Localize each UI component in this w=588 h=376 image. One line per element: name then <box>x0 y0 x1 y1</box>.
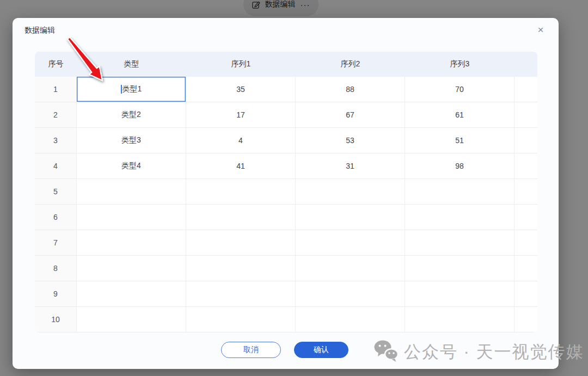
table-row: 7 <box>35 230 537 256</box>
cell-r4c2[interactable]: 41 <box>186 153 296 178</box>
table-row: 2类型2176761 <box>35 102 537 128</box>
table-row: 10 <box>35 307 537 332</box>
cell-r1c3[interactable]: 88 <box>296 77 405 102</box>
cell-r2c2[interactable]: 17 <box>186 102 296 127</box>
cell-r2c4[interactable]: 61 <box>405 102 514 127</box>
cell-trailing <box>514 230 537 255</box>
data-table: 序号类型序列1序列2序列3 1类型13588702类型21767613类型345… <box>35 52 537 332</box>
cell-r6c2[interactable] <box>186 205 296 230</box>
cell-trailing <box>514 281 537 306</box>
cell-r3c2[interactable]: 4 <box>186 128 296 153</box>
cell-trailing <box>514 128 537 153</box>
cell-r7c2[interactable] <box>186 230 296 255</box>
cell-trailing <box>514 205 537 230</box>
dialog-title: 数据编辑 <box>24 26 55 35</box>
table-row: 6 <box>35 205 537 230</box>
cell-r8c3[interactable] <box>296 256 405 281</box>
cell-trailing <box>514 153 537 178</box>
table-row: 5 <box>35 179 537 205</box>
row-number: 7 <box>35 230 77 255</box>
cell-r8c2[interactable] <box>186 256 296 281</box>
cell-r4c1[interactable]: 类型4 <box>77 153 186 178</box>
row-number: 5 <box>35 179 77 204</box>
cell-r10c2[interactable] <box>186 307 296 332</box>
row-number: 3 <box>35 128 77 153</box>
cell-r9c3[interactable] <box>296 281 405 306</box>
row-number: 8 <box>35 256 77 281</box>
text-caret <box>121 85 122 94</box>
cell-r10c3[interactable] <box>296 307 405 332</box>
cell-r5c3[interactable] <box>296 179 405 204</box>
cell-r3c4[interactable]: 51 <box>405 128 514 153</box>
cell-r7c1[interactable] <box>77 230 186 255</box>
table-row: 4类型4413198 <box>35 153 537 179</box>
table-header-row: 序号类型序列1序列2序列3 <box>35 52 537 77</box>
column-header-4: 序列2 <box>296 59 405 69</box>
cell-r5c2[interactable] <box>186 179 296 204</box>
table-row: 9 <box>35 281 537 307</box>
cell-r10c1[interactable] <box>77 307 186 332</box>
cell-r7c3[interactable] <box>296 230 405 255</box>
cell-r8c1[interactable] <box>77 256 186 281</box>
data-edit-dialog: 数据编辑 × 序号类型序列1序列2序列3 1类型13588702类型217676… <box>13 18 559 369</box>
row-number: 2 <box>35 102 77 127</box>
cell-trailing <box>514 307 537 332</box>
row-number: 1 <box>35 77 77 102</box>
confirm-button[interactable]: 确认 <box>294 342 348 358</box>
column-header-5: 序列3 <box>405 59 514 69</box>
cancel-button[interactable]: 取消 <box>221 342 281 358</box>
cell-r4c3[interactable]: 31 <box>296 153 405 178</box>
cell-r1c2[interactable]: 35 <box>186 77 296 102</box>
cell-r6c1[interactable] <box>77 205 186 230</box>
row-number: 10 <box>35 307 77 332</box>
row-number: 9 <box>35 281 77 306</box>
table-row: 1类型1358870 <box>35 77 537 102</box>
cell-r3c3[interactable]: 53 <box>296 128 405 153</box>
cell-r5c4[interactable] <box>405 179 514 204</box>
table-row: 8 <box>35 256 537 281</box>
cell-r7c4[interactable] <box>405 230 514 255</box>
cell-r8c4[interactable] <box>405 256 514 281</box>
table-body: 1类型13588702类型21767613类型3453514类型44131985… <box>35 77 537 332</box>
cell-r9c4[interactable] <box>405 281 514 306</box>
cell-r4c4[interactable]: 98 <box>405 153 514 178</box>
close-icon[interactable]: × <box>534 22 548 36</box>
cell-r9c1[interactable] <box>77 281 186 306</box>
row-number: 4 <box>35 153 77 178</box>
column-header-3: 序列1 <box>186 59 296 69</box>
cell-r1c4[interactable]: 70 <box>405 77 514 102</box>
cell-r3c1[interactable]: 类型3 <box>77 128 186 153</box>
cell-trailing <box>514 179 537 204</box>
cell-r1c1[interactable]: 类型1 <box>77 77 186 102</box>
column-header-2: 类型 <box>77 59 186 69</box>
row-number: 6 <box>35 205 77 230</box>
cell-trailing <box>514 102 537 127</box>
cell-r6c4[interactable] <box>405 205 514 230</box>
table-row: 3类型345351 <box>35 128 537 153</box>
cell-r2c3[interactable]: 67 <box>296 102 405 127</box>
cell-r10c4[interactable] <box>405 307 514 332</box>
column-header-1: 序号 <box>35 59 77 69</box>
cell-trailing <box>514 77 537 102</box>
cell-r5c1[interactable] <box>77 179 186 204</box>
cell-trailing <box>514 256 537 281</box>
cell-r6c3[interactable] <box>296 205 405 230</box>
cell-r2c1[interactable]: 类型2 <box>77 102 186 127</box>
cell-r9c2[interactable] <box>186 281 296 306</box>
